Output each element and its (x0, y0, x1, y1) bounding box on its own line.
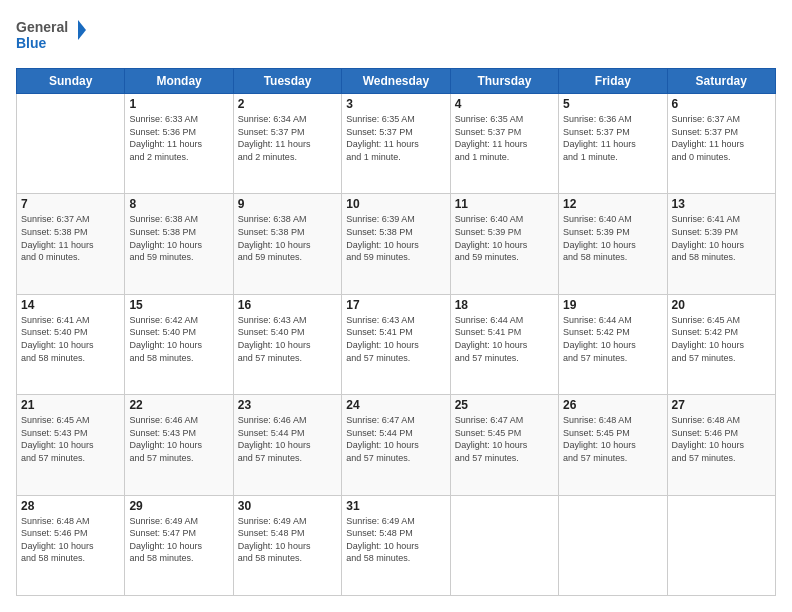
cell-text: Sunrise: 6:46 AM Sunset: 5:44 PM Dayligh… (238, 414, 337, 464)
day-number: 21 (21, 398, 120, 412)
day-number: 10 (346, 197, 445, 211)
calendar-cell: 2Sunrise: 6:34 AM Sunset: 5:37 PM Daylig… (233, 94, 341, 194)
day-number: 20 (672, 298, 771, 312)
cell-text: Sunrise: 6:49 AM Sunset: 5:47 PM Dayligh… (129, 515, 228, 565)
weekday-header-cell: Sunday (17, 69, 125, 94)
cell-text: Sunrise: 6:43 AM Sunset: 5:40 PM Dayligh… (238, 314, 337, 364)
svg-marker-2 (78, 20, 86, 40)
weekday-header-cell: Wednesday (342, 69, 450, 94)
cell-text: Sunrise: 6:34 AM Sunset: 5:37 PM Dayligh… (238, 113, 337, 163)
weekday-header-cell: Saturday (667, 69, 775, 94)
cell-text: Sunrise: 6:48 AM Sunset: 5:46 PM Dayligh… (21, 515, 120, 565)
cell-text: Sunrise: 6:36 AM Sunset: 5:37 PM Dayligh… (563, 113, 662, 163)
day-number: 5 (563, 97, 662, 111)
cell-text: Sunrise: 6:38 AM Sunset: 5:38 PM Dayligh… (238, 213, 337, 263)
calendar-week-row: 28Sunrise: 6:48 AM Sunset: 5:46 PM Dayli… (17, 495, 776, 595)
calendar-cell: 28Sunrise: 6:48 AM Sunset: 5:46 PM Dayli… (17, 495, 125, 595)
cell-text: Sunrise: 6:35 AM Sunset: 5:37 PM Dayligh… (346, 113, 445, 163)
cell-text: Sunrise: 6:40 AM Sunset: 5:39 PM Dayligh… (455, 213, 554, 263)
calendar-cell: 23Sunrise: 6:46 AM Sunset: 5:44 PM Dayli… (233, 395, 341, 495)
logo: General Blue (16, 16, 86, 58)
day-number: 1 (129, 97, 228, 111)
weekday-header-cell: Tuesday (233, 69, 341, 94)
day-number: 16 (238, 298, 337, 312)
calendar-week-row: 1Sunrise: 6:33 AM Sunset: 5:36 PM Daylig… (17, 94, 776, 194)
calendar-cell: 14Sunrise: 6:41 AM Sunset: 5:40 PM Dayli… (17, 294, 125, 394)
day-number: 19 (563, 298, 662, 312)
svg-text:Blue: Blue (16, 35, 47, 51)
calendar-cell: 17Sunrise: 6:43 AM Sunset: 5:41 PM Dayli… (342, 294, 450, 394)
calendar-week-row: 21Sunrise: 6:45 AM Sunset: 5:43 PM Dayli… (17, 395, 776, 495)
day-number: 4 (455, 97, 554, 111)
cell-text: Sunrise: 6:37 AM Sunset: 5:38 PM Dayligh… (21, 213, 120, 263)
calendar-cell: 24Sunrise: 6:47 AM Sunset: 5:44 PM Dayli… (342, 395, 450, 495)
calendar-cell: 25Sunrise: 6:47 AM Sunset: 5:45 PM Dayli… (450, 395, 558, 495)
cell-text: Sunrise: 6:38 AM Sunset: 5:38 PM Dayligh… (129, 213, 228, 263)
day-number: 13 (672, 197, 771, 211)
calendar-cell (667, 495, 775, 595)
calendar-body: 1Sunrise: 6:33 AM Sunset: 5:36 PM Daylig… (17, 94, 776, 596)
day-number: 24 (346, 398, 445, 412)
day-number: 6 (672, 97, 771, 111)
cell-text: Sunrise: 6:40 AM Sunset: 5:39 PM Dayligh… (563, 213, 662, 263)
calendar-cell: 10Sunrise: 6:39 AM Sunset: 5:38 PM Dayli… (342, 194, 450, 294)
calendar-cell: 30Sunrise: 6:49 AM Sunset: 5:48 PM Dayli… (233, 495, 341, 595)
calendar-cell: 29Sunrise: 6:49 AM Sunset: 5:47 PM Dayli… (125, 495, 233, 595)
weekday-header-row: SundayMondayTuesdayWednesdayThursdayFrid… (17, 69, 776, 94)
day-number: 12 (563, 197, 662, 211)
cell-text: Sunrise: 6:39 AM Sunset: 5:38 PM Dayligh… (346, 213, 445, 263)
calendar-cell: 22Sunrise: 6:46 AM Sunset: 5:43 PM Dayli… (125, 395, 233, 495)
cell-text: Sunrise: 6:46 AM Sunset: 5:43 PM Dayligh… (129, 414, 228, 464)
page: General Blue SundayMondayTuesdayWednesda… (0, 0, 792, 612)
calendar-cell (17, 94, 125, 194)
weekday-header-cell: Monday (125, 69, 233, 94)
day-number: 27 (672, 398, 771, 412)
calendar-cell: 15Sunrise: 6:42 AM Sunset: 5:40 PM Dayli… (125, 294, 233, 394)
cell-text: Sunrise: 6:49 AM Sunset: 5:48 PM Dayligh… (346, 515, 445, 565)
day-number: 14 (21, 298, 120, 312)
day-number: 8 (129, 197, 228, 211)
calendar-cell: 12Sunrise: 6:40 AM Sunset: 5:39 PM Dayli… (559, 194, 667, 294)
cell-text: Sunrise: 6:43 AM Sunset: 5:41 PM Dayligh… (346, 314, 445, 364)
calendar-cell: 4Sunrise: 6:35 AM Sunset: 5:37 PM Daylig… (450, 94, 558, 194)
cell-text: Sunrise: 6:49 AM Sunset: 5:48 PM Dayligh… (238, 515, 337, 565)
day-number: 25 (455, 398, 554, 412)
calendar-cell: 11Sunrise: 6:40 AM Sunset: 5:39 PM Dayli… (450, 194, 558, 294)
day-number: 15 (129, 298, 228, 312)
calendar-cell: 9Sunrise: 6:38 AM Sunset: 5:38 PM Daylig… (233, 194, 341, 294)
day-number: 7 (21, 197, 120, 211)
calendar-cell: 18Sunrise: 6:44 AM Sunset: 5:41 PM Dayli… (450, 294, 558, 394)
cell-text: Sunrise: 6:48 AM Sunset: 5:45 PM Dayligh… (563, 414, 662, 464)
day-number: 9 (238, 197, 337, 211)
calendar-week-row: 14Sunrise: 6:41 AM Sunset: 5:40 PM Dayli… (17, 294, 776, 394)
cell-text: Sunrise: 6:47 AM Sunset: 5:44 PM Dayligh… (346, 414, 445, 464)
calendar-cell: 27Sunrise: 6:48 AM Sunset: 5:46 PM Dayli… (667, 395, 775, 495)
calendar-cell: 20Sunrise: 6:45 AM Sunset: 5:42 PM Dayli… (667, 294, 775, 394)
day-number: 2 (238, 97, 337, 111)
day-number: 31 (346, 499, 445, 513)
header: General Blue (16, 16, 776, 58)
cell-text: Sunrise: 6:47 AM Sunset: 5:45 PM Dayligh… (455, 414, 554, 464)
calendar-cell: 3Sunrise: 6:35 AM Sunset: 5:37 PM Daylig… (342, 94, 450, 194)
cell-text: Sunrise: 6:44 AM Sunset: 5:41 PM Dayligh… (455, 314, 554, 364)
day-number: 23 (238, 398, 337, 412)
cell-text: Sunrise: 6:45 AM Sunset: 5:42 PM Dayligh… (672, 314, 771, 364)
logo-svg: General Blue (16, 16, 86, 58)
svg-text:General: General (16, 19, 68, 35)
cell-text: Sunrise: 6:37 AM Sunset: 5:37 PM Dayligh… (672, 113, 771, 163)
cell-text: Sunrise: 6:48 AM Sunset: 5:46 PM Dayligh… (672, 414, 771, 464)
weekday-header-cell: Friday (559, 69, 667, 94)
calendar-cell: 8Sunrise: 6:38 AM Sunset: 5:38 PM Daylig… (125, 194, 233, 294)
calendar-cell: 1Sunrise: 6:33 AM Sunset: 5:36 PM Daylig… (125, 94, 233, 194)
cell-text: Sunrise: 6:35 AM Sunset: 5:37 PM Dayligh… (455, 113, 554, 163)
weekday-header-cell: Thursday (450, 69, 558, 94)
calendar-cell: 6Sunrise: 6:37 AM Sunset: 5:37 PM Daylig… (667, 94, 775, 194)
cell-text: Sunrise: 6:41 AM Sunset: 5:40 PM Dayligh… (21, 314, 120, 364)
day-number: 29 (129, 499, 228, 513)
calendar-cell: 19Sunrise: 6:44 AM Sunset: 5:42 PM Dayli… (559, 294, 667, 394)
calendar-cell (450, 495, 558, 595)
calendar-cell: 31Sunrise: 6:49 AM Sunset: 5:48 PM Dayli… (342, 495, 450, 595)
cell-text: Sunrise: 6:45 AM Sunset: 5:43 PM Dayligh… (21, 414, 120, 464)
day-number: 11 (455, 197, 554, 211)
calendar-table: SundayMondayTuesdayWednesdayThursdayFrid… (16, 68, 776, 596)
